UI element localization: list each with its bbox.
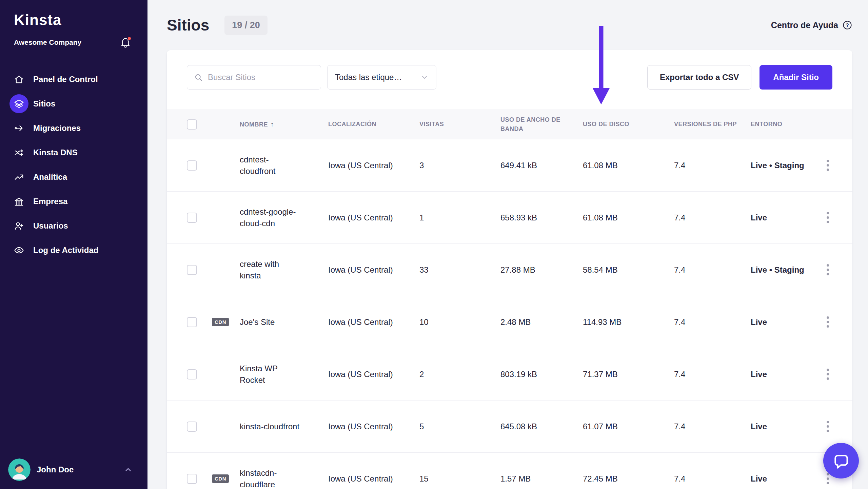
- home-icon: [9, 70, 28, 89]
- site-name-link[interactable]: cdntest-google-cloud-cdn: [240, 206, 301, 229]
- sites-card: Todas las etique… Exportar todo a CSV Añ…: [167, 50, 852, 489]
- company-icon: [9, 192, 28, 211]
- row-checkbox[interactable]: [187, 422, 197, 432]
- site-name-link[interactable]: create with kinsta: [240, 258, 301, 281]
- site-bandwidth: 27.88 MB: [500, 264, 583, 276]
- table-row: CDN Joe's Site Iowa (US Central) 10 2.48…: [167, 296, 852, 348]
- export-csv-button[interactable]: Exportar todo a CSV: [647, 65, 751, 90]
- sidebar-nav: Panel de Control Sitios Migraciones Kins…: [0, 67, 147, 262]
- site-bandwidth: 649.41 kB: [500, 160, 583, 171]
- row-checkbox[interactable]: [187, 317, 197, 327]
- row-menu-button[interactable]: [825, 314, 831, 330]
- help-center-link[interactable]: Centro de Ayuda ?: [771, 20, 852, 30]
- tags-filter-value: Todas las etique…: [335, 73, 402, 82]
- site-location: Iowa (US Central): [328, 369, 419, 380]
- column-header-localizacion: LOCALIZACIÓN: [328, 120, 419, 129]
- sidebar-item-analytics[interactable]: Analítica: [0, 165, 147, 189]
- site-environment-link[interactable]: Live: [751, 473, 818, 485]
- search-input[interactable]: [208, 73, 314, 82]
- site-location: Iowa (US Central): [328, 160, 419, 171]
- site-disk-usage: 61.07 MB: [583, 421, 674, 432]
- table-header: NOMBRE↑ LOCALIZACIÓN VISITAS USO DE ANCH…: [167, 109, 852, 139]
- sidebar-item-dns[interactable]: Kinsta DNS: [0, 140, 147, 165]
- site-name-link[interactable]: Joe's Site: [240, 316, 275, 328]
- table-body: cdntest-cloudfront Iowa (US Central) 3 6…: [167, 139, 852, 489]
- sidebar-item-migrations[interactable]: Migraciones: [0, 116, 147, 140]
- table-row: cdntest-google-cloud-cdn Iowa (US Centra…: [167, 192, 852, 244]
- search-box: [187, 65, 321, 90]
- site-name-link[interactable]: kinsta-cloudfront: [240, 421, 299, 432]
- svg-text:?: ?: [846, 22, 849, 28]
- user-menu[interactable]: John Doe: [0, 458, 147, 481]
- sidebar: Kinsta Awesome Company Panel de Control …: [0, 0, 147, 489]
- row-checkbox[interactable]: [187, 213, 197, 223]
- site-environment-link[interactable]: Live: [751, 212, 818, 223]
- avatar: [8, 458, 31, 481]
- site-name-link[interactable]: kinstacdn-cloudflare: [240, 467, 301, 489]
- row-menu-button[interactable]: [825, 158, 831, 173]
- notifications-bell-icon[interactable]: [120, 37, 131, 48]
- site-bandwidth: 2.48 MB: [500, 316, 583, 328]
- company-name: Awesome Company: [14, 38, 81, 46]
- site-location: Iowa (US Central): [328, 212, 419, 223]
- site-disk-usage: 114.93 MB: [583, 316, 674, 328]
- cdn-badge: CDN: [212, 318, 229, 326]
- chat-bubble-icon: [831, 451, 851, 471]
- site-location: Iowa (US Central): [328, 264, 419, 276]
- sidebar-item-users[interactable]: Usuarios: [0, 214, 147, 238]
- chevron-down-icon: [420, 73, 429, 81]
- sites-icon: [9, 94, 28, 113]
- main-content: Sitios 19 / 20 Centro de Ayuda ? Todas l…: [147, 0, 868, 489]
- site-php-version: 7.4: [674, 212, 751, 223]
- site-name-link[interactable]: cdntest-cloudfront: [240, 154, 301, 177]
- site-visits: 3: [419, 160, 500, 171]
- site-environment-link[interactable]: Live • Staging: [751, 160, 818, 171]
- column-header-uso-de-disco: USO DE DISCO: [583, 120, 674, 129]
- sidebar-item-sites[interactable]: Sitios: [0, 92, 147, 116]
- sites-count-badge: 19 / 20: [224, 16, 268, 35]
- site-environment-link[interactable]: Live: [751, 369, 818, 380]
- site-disk-usage: 61.08 MB: [583, 212, 674, 223]
- sidebar-item-company[interactable]: Empresa: [0, 189, 147, 214]
- site-php-version: 7.4: [674, 264, 751, 276]
- row-checkbox[interactable]: [187, 265, 197, 275]
- site-visits: 2: [419, 369, 500, 380]
- site-environment-link[interactable]: Live: [751, 421, 818, 432]
- site-visits: 5: [419, 421, 500, 432]
- row-menu-button[interactable]: [825, 262, 831, 277]
- site-name-link[interactable]: Kinsta WP Rocket: [240, 363, 301, 386]
- sidebar-item-activity[interactable]: Log de Actividad: [0, 238, 147, 262]
- analytics-icon: [9, 168, 28, 187]
- column-header-nombre[interactable]: NOMBRE↑: [240, 120, 328, 129]
- site-location: Iowa (US Central): [328, 421, 419, 432]
- sites-table: NOMBRE↑ LOCALIZACIÓN VISITAS USO DE ANCH…: [167, 109, 852, 489]
- table-row: create with kinsta Iowa (US Central) 33 …: [167, 244, 852, 296]
- row-checkbox[interactable]: [187, 160, 197, 171]
- site-environment-link[interactable]: Live • Staging: [751, 264, 818, 276]
- site-disk-usage: 71.37 MB: [583, 369, 674, 380]
- site-location: Iowa (US Central): [328, 316, 419, 328]
- site-visits: 10: [419, 316, 500, 328]
- migrations-icon: [9, 119, 28, 138]
- dns-icon: [9, 143, 28, 162]
- row-checkbox[interactable]: [187, 369, 197, 379]
- row-menu-button[interactable]: [825, 210, 831, 225]
- site-visits: 1: [419, 212, 500, 223]
- tags-filter-dropdown[interactable]: Todas las etique…: [327, 65, 436, 90]
- table-row: Kinsta WP Rocket Iowa (US Central) 2 803…: [167, 348, 852, 400]
- site-bandwidth: 1.57 MB: [500, 473, 583, 485]
- user-name: John Doe: [37, 465, 74, 474]
- page-title: Sitios: [167, 16, 209, 34]
- add-site-button[interactable]: Añadir Sitio: [760, 65, 832, 90]
- sidebar-item-dashboard[interactable]: Panel de Control: [0, 67, 147, 92]
- chat-launcher-button[interactable]: [823, 443, 859, 478]
- select-all-checkbox[interactable]: [187, 119, 197, 130]
- site-environment-link[interactable]: Live: [751, 316, 818, 328]
- row-menu-button[interactable]: [825, 419, 831, 434]
- row-menu-button[interactable]: [825, 367, 831, 382]
- row-checkbox[interactable]: [187, 474, 197, 484]
- sort-asc-icon: ↑: [271, 121, 274, 128]
- site-bandwidth: 658.93 kB: [500, 212, 583, 223]
- site-bandwidth: 645.08 kB: [500, 421, 583, 432]
- column-header-ancho-de-banda: USO DE ANCHO DE BANDA: [500, 115, 583, 133]
